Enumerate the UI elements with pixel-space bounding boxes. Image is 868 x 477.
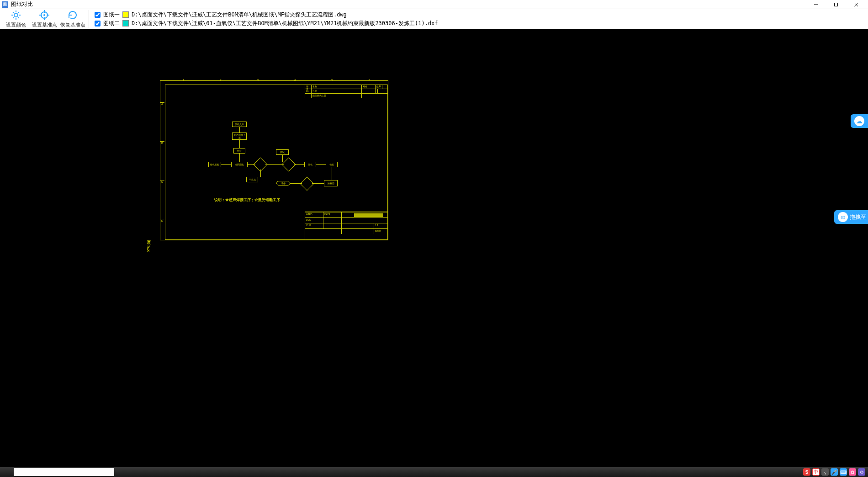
flow-node: 包装	[326, 162, 338, 167]
set-datum-label: 设置基准点	[32, 21, 57, 28]
drawing-note: 说明：★超声焊接工序；☆激光镭雕工序	[214, 197, 280, 202]
tray-tool-icon[interactable]: ⚙	[858, 468, 865, 476]
drawing-1-checkbox[interactable]	[95, 12, 101, 18]
flow-terminal: 维修	[276, 181, 290, 186]
flow-node: 点胶固化	[231, 162, 248, 167]
flow-node: 领料入库	[232, 122, 247, 127]
color-settings-label: 设置颜色	[6, 21, 26, 28]
drawing-2-path: D:\桌面文件\下载文件\迁威\01-血氧仪\工艺文件BOM清单\机械图纸\YM…	[132, 20, 438, 27]
diff-highlight	[354, 213, 383, 217]
cloud-icon: ☁	[854, 116, 864, 126]
drag-float-button[interactable]: ∞ 拖拽至	[834, 210, 868, 224]
restore-datum-label: 恢复基准点	[60, 21, 85, 28]
restore-datum-button[interactable]: 恢复基准点	[58, 9, 87, 29]
taskbar-item[interactable]	[14, 468, 114, 476]
drawing-1-color-swatch[interactable]	[122, 11, 129, 18]
flow-node: 组装	[233, 148, 245, 154]
cloud-float-button[interactable]: ☁	[851, 114, 868, 128]
drag-float-label: 拖拽至	[850, 213, 866, 221]
parts-table: 序号名称规格数量 01外壳 指夹探头上盖	[305, 85, 388, 98]
cad-drawing: 1 2 3 4 5 6 A B C D 序号名称规格数量 01外壳 指夹探头上盖	[160, 80, 388, 240]
flow-node: 超声焊接上盖	[232, 132, 247, 140]
title-block: APPDDATEMF指夹探头工艺 DES CHK1:1 Sheet	[305, 212, 388, 240]
drawing-2-checkbox[interactable]	[95, 21, 101, 26]
tray-mic-icon[interactable]: 🎤	[831, 468, 838, 476]
flow-decision	[255, 159, 265, 170]
svg-rect-1	[835, 3, 838, 6]
drawing-2-color-swatch[interactable]	[122, 20, 129, 26]
tray-skin-icon[interactable]: ✿	[849, 468, 856, 476]
side-glyph-icon: §	[147, 246, 150, 253]
taskbar[interactable]: S 中 ·, 🎤 ⌨ ✿ ⚙	[0, 467, 868, 477]
app-icon: 图	[2, 1, 8, 8]
drawing-1-label: 图纸一	[103, 11, 120, 19]
set-datum-button[interactable]: 设置基准点	[30, 9, 58, 29]
window-title: 图纸对比	[11, 0, 806, 8]
flow-node: 贴标签	[324, 180, 338, 186]
maximize-button[interactable]	[826, 0, 846, 9]
ime-lang-icon[interactable]: 中	[812, 468, 820, 476]
flow-node: 老化	[304, 162, 316, 167]
color-settings-button[interactable]: 设置颜色	[2, 9, 30, 29]
drawing-1-path: D:\桌面文件\下载文件\迁威\工艺文件BOM清单\机械图纸\MF指夹探头工艺流…	[132, 11, 347, 19]
drawing-1-row: 图纸一 D:\桌面文件\下载文件\迁威\工艺文件BOM清单\机械图纸\MF指夹探…	[95, 11, 438, 19]
system-tray: S 中 ·, 🎤 ⌨ ✿ ⚙	[803, 468, 868, 476]
tray-keyboard-icon[interactable]: ⌨	[840, 468, 847, 476]
drawing-2-row: 图纸二 D:\桌面文件\下载文件\迁威\01-血氧仪\工艺文件BOM清单\机械图…	[95, 20, 438, 27]
drawing-canvas[interactable]: 1 2 3 4 5 6 A B C D 序号名称规格数量 01外壳 指夹探头上盖	[0, 29, 868, 467]
gear-icon	[11, 10, 21, 21]
flow-decision	[302, 179, 312, 189]
flow-decision	[284, 159, 294, 170]
flow-node: 不良品	[246, 177, 258, 182]
share-icon: ∞	[838, 212, 848, 222]
tray-punct-icon[interactable]: ·,	[821, 468, 829, 476]
minimize-button[interactable]	[806, 0, 826, 9]
flow-node: 调试	[276, 149, 289, 155]
svg-point-4	[14, 13, 18, 17]
toolbar-separator	[89, 10, 89, 28]
undo-icon	[67, 10, 78, 21]
ime-sogou-icon[interactable]: S	[803, 468, 810, 476]
svg-point-10	[43, 14, 45, 16]
target-icon	[39, 10, 50, 21]
close-button[interactable]	[846, 0, 866, 9]
drawing-2-label: 图纸二	[103, 20, 120, 27]
flow-node: 整机装配	[208, 162, 221, 167]
